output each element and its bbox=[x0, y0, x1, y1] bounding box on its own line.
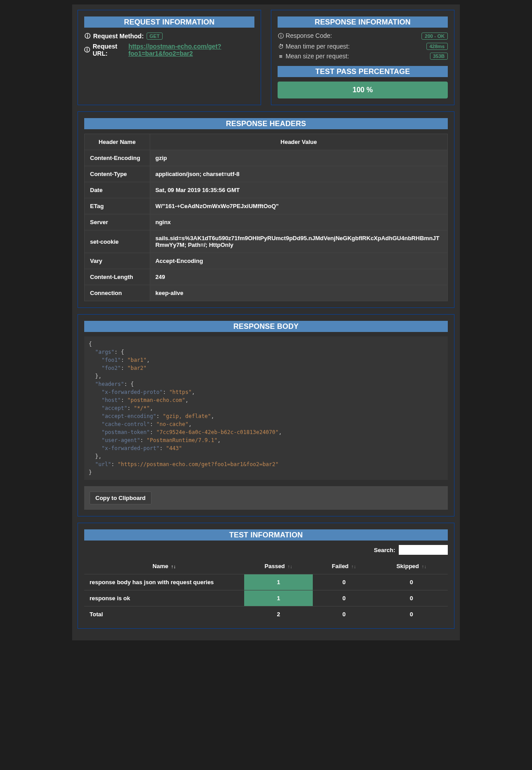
pass-percentage-title: TEST PASS PERCENTAGE bbox=[278, 66, 448, 77]
request-info-panel: REQUEST INFORMATION ⓘ Request Method: GE… bbox=[78, 10, 261, 105]
failed-cell: 0 bbox=[313, 590, 375, 606]
col-header-name: Header Name bbox=[85, 134, 150, 150]
sort-icon: ↑↓ bbox=[351, 564, 356, 569]
response-code-badge: 200 - OK bbox=[422, 33, 448, 40]
table-row: set-cookiesails.sid=s%3AK1dT6u590z71fm9O… bbox=[85, 230, 448, 253]
method-line: ⓘ Request Method: GET bbox=[84, 32, 254, 40]
pass-percentage-bar: 100 % bbox=[278, 82, 448, 98]
sort-icon: ↑↓ bbox=[422, 564, 426, 569]
sort-icon: ↑↓ bbox=[287, 564, 292, 569]
col-passed[interactable]: Passed↑↓ bbox=[244, 558, 313, 574]
header-name-cell: Vary bbox=[85, 253, 150, 269]
clock-icon: ⏱ bbox=[278, 43, 284, 50]
col-header-value: Header Value bbox=[150, 134, 447, 150]
table-row: Content-Typeapplication/json; charset=ut… bbox=[85, 166, 448, 182]
response-info-title: RESPONSE INFORMATION bbox=[278, 16, 448, 28]
total-passed: 2 bbox=[244, 606, 313, 623]
header-value-cell: W/"161-+CeAdNzOmWxWo7PEJxiUMfftOoQ" bbox=[150, 198, 447, 214]
table-row: ETagW/"161-+CeAdNzOmWxWo7PEJxiUMfftOoQ" bbox=[85, 198, 448, 214]
col-skipped[interactable]: Skipped↑↓ bbox=[375, 558, 448, 574]
test-name-cell: response body has json with request quer… bbox=[84, 574, 244, 590]
header-name-cell: Connection bbox=[85, 285, 150, 301]
skipped-cell: 0 bbox=[375, 574, 448, 590]
table-row: response is ok100 bbox=[84, 590, 448, 606]
info-icon: ⓘ bbox=[278, 32, 284, 40]
response-headers-title: RESPONSE HEADERS bbox=[84, 118, 448, 129]
header-value-cell: keep-alive bbox=[150, 285, 447, 301]
header-name-cell: Content-Type bbox=[85, 166, 150, 182]
header-value-cell: gzip bbox=[150, 150, 447, 166]
table-row: DateSat, 09 Mar 2019 16:35:56 GMT bbox=[85, 182, 448, 198]
copy-to-clipboard-button[interactable]: Copy to Clipboard bbox=[90, 491, 151, 504]
response-headers-panel: RESPONSE HEADERS Header Name Header Valu… bbox=[78, 111, 454, 308]
header-name-cell: set-cookie bbox=[85, 230, 150, 253]
header-value-cell: Sat, 09 Mar 2019 16:35:56 GMT bbox=[150, 182, 447, 198]
header-value-cell: Accept-Encoding bbox=[150, 253, 447, 269]
test-info-title: TEST INFORMATION bbox=[84, 529, 448, 541]
info-icon: ⓘ bbox=[84, 32, 90, 40]
info-icon: ⓘ bbox=[84, 46, 90, 54]
skipped-cell: 0 bbox=[375, 590, 448, 606]
method-badge: GET bbox=[147, 33, 163, 40]
header-name-cell: Content-Length bbox=[85, 269, 150, 285]
response-body-panel: RESPONSE BODY { "args": { "foo1": "bar1"… bbox=[78, 314, 454, 516]
failed-cell: 0 bbox=[313, 574, 375, 590]
total-row: Total200 bbox=[84, 606, 448, 623]
passed-cell: 1 bbox=[244, 590, 313, 606]
database-icon: ≡ bbox=[278, 53, 284, 60]
table-row: Content-Length249 bbox=[85, 269, 448, 285]
table-row: VaryAccept-Encoding bbox=[85, 253, 448, 269]
clipboard-bar: Copy to Clipboard bbox=[84, 486, 448, 510]
sort-icon: ↑↓ bbox=[171, 564, 176, 569]
header-name-cell: Server bbox=[85, 214, 150, 230]
headers-table: Header Name Header Value Content-Encodin… bbox=[84, 134, 448, 301]
response-size-badge: 353B bbox=[430, 53, 448, 60]
tests-table: Name↑↓ Passed↑↓ Failed↑↓ Skipped↑↓ respo… bbox=[84, 558, 448, 622]
table-row: response body has json with request quer… bbox=[84, 574, 448, 590]
col-name[interactable]: Name↑↓ bbox=[84, 558, 244, 574]
header-value-cell: sails.sid=s%3AK1dT6u590z71fm9OHltPyRUmct… bbox=[150, 230, 447, 253]
header-name-cell: Date bbox=[85, 182, 150, 198]
header-name-cell: Content-Encoding bbox=[85, 150, 150, 166]
table-row: Connectionkeep-alive bbox=[85, 285, 448, 301]
total-skipped: 0 bbox=[375, 606, 448, 623]
table-row: Content-Encodinggzip bbox=[85, 150, 448, 166]
header-name-cell: ETag bbox=[85, 198, 150, 214]
response-body-code[interactable]: { "args": { "foo1": "bar1", "foo2": "bar… bbox=[84, 336, 448, 480]
total-label: Total bbox=[84, 606, 244, 623]
request-info-title: REQUEST INFORMATION bbox=[84, 16, 254, 28]
total-failed: 0 bbox=[313, 606, 375, 623]
test-info-panel: TEST INFORMATION Search: Name↑↓ Passed↑↓… bbox=[78, 523, 454, 629]
request-url-link[interactable]: https://postman-echo.com/get?foo1=bar1&f… bbox=[128, 43, 254, 57]
test-name-cell: response is ok bbox=[84, 590, 244, 606]
response-body-title: RESPONSE BODY bbox=[84, 321, 448, 332]
search-input[interactable] bbox=[399, 545, 448, 555]
url-line: ⓘ Request URL: https://postman-echo.com/… bbox=[84, 43, 254, 57]
header-value-cell: application/json; charset=utf-8 bbox=[150, 166, 447, 182]
header-value-cell: 249 bbox=[150, 269, 447, 285]
search-label: Search: bbox=[374, 547, 395, 553]
table-row: Servernginx bbox=[85, 214, 448, 230]
col-failed[interactable]: Failed↑↓ bbox=[313, 558, 375, 574]
header-value-cell: nginx bbox=[150, 214, 447, 230]
response-time-badge: 428ms bbox=[426, 43, 448, 50]
response-info-panel: RESPONSE INFORMATION ⓘ Response Code: 20… bbox=[271, 10, 454, 105]
passed-cell: 1 bbox=[244, 574, 313, 590]
